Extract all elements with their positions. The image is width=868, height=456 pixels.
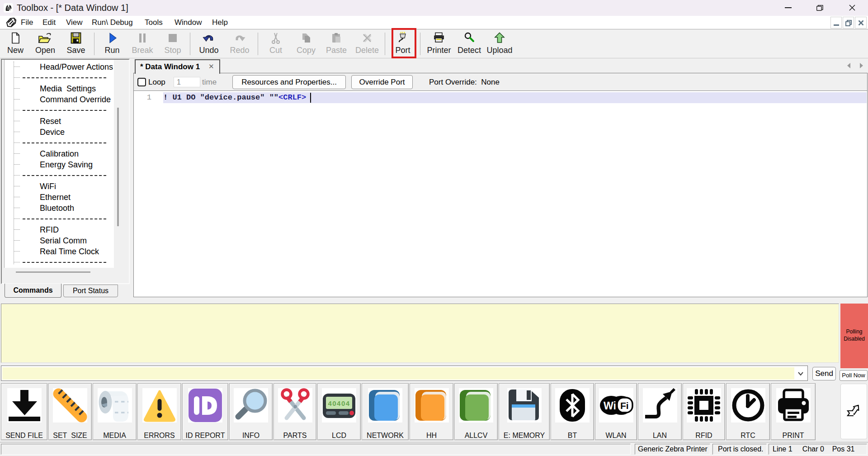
svg-text:40404: 40404 [328, 399, 350, 407]
svg-text:Wi: Wi [604, 400, 616, 412]
svg-text:Fi: Fi [620, 400, 629, 411]
